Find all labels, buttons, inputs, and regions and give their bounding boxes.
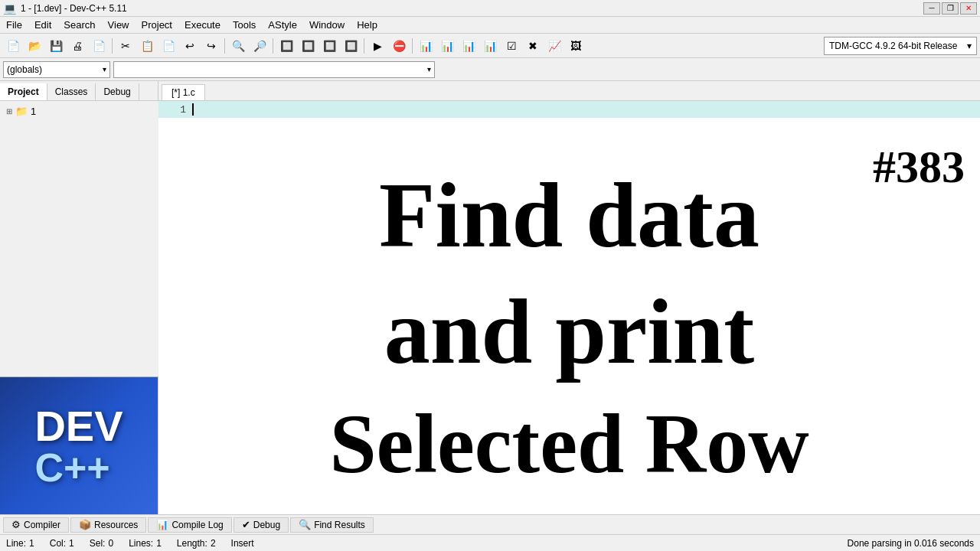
lines-label: Lines: bbox=[129, 538, 153, 549]
close-file-button[interactable]: 📄 bbox=[89, 37, 109, 55]
sel-label: Sel: bbox=[90, 538, 106, 549]
replace-button[interactable]: 🔎 bbox=[250, 37, 270, 55]
sidebar-tab-project[interactable]: Project bbox=[0, 83, 47, 100]
function-arrow: ▾ bbox=[427, 65, 431, 73]
resources-tab-label: Resources bbox=[94, 520, 138, 530]
image-button[interactable]: 🖼 bbox=[566, 37, 586, 55]
dev-logo-text: DEV C++ bbox=[34, 405, 122, 487]
menu-file[interactable]: File bbox=[0, 18, 28, 32]
globals-arrow: ▾ bbox=[103, 65, 106, 73]
cross-button[interactable]: ✖ bbox=[523, 37, 543, 55]
editor-line-1[interactable]: 1 bbox=[158, 101, 980, 118]
function-combo[interactable]: ▾ bbox=[113, 61, 435, 78]
globals-combo[interactable]: (globals) ▾ bbox=[3, 61, 110, 78]
debug-tab[interactable]: ✔ Debug bbox=[234, 517, 289, 533]
profile-button[interactable]: 📊 bbox=[416, 37, 436, 55]
main-area: ⊞ 📁 1 DEV C++ 1 #383 Find data and bbox=[0, 101, 980, 514]
menu-search[interactable]: Search bbox=[57, 18, 101, 32]
new-button[interactable]: 📄 bbox=[3, 37, 23, 55]
compile-run-button[interactable]: 🔲 bbox=[319, 37, 339, 55]
hash-number: #383 bbox=[873, 141, 965, 194]
big-content: Find data and print Selected Row bbox=[158, 141, 980, 514]
title-bar: 💻 1 - [1.dev] - Dev-C++ 5.11 ─ ❐ ✕ bbox=[0, 0, 980, 17]
toolbar-sep4 bbox=[364, 38, 364, 54]
syntax-button[interactable]: 📊 bbox=[459, 37, 479, 55]
rebuild-button[interactable]: 🔲 bbox=[341, 37, 361, 55]
minimize-button[interactable]: ─ bbox=[923, 2, 940, 15]
menu-project[interactable]: Project bbox=[136, 18, 178, 32]
debug-button[interactable]: ▶ bbox=[368, 37, 387, 55]
title-text: 1 - [1.dev] - Dev-C++ 5.11 bbox=[21, 3, 127, 14]
menu-tools[interactable]: Tools bbox=[227, 18, 262, 32]
compile-log-icon: 📊 bbox=[156, 519, 168, 530]
save-all-button[interactable]: 🖨 bbox=[67, 37, 87, 55]
status-message: Done parsing in 0.016 seconds bbox=[848, 538, 974, 549]
dev-logo: DEV C++ bbox=[0, 377, 158, 514]
menu-edit[interactable]: Edit bbox=[28, 18, 57, 32]
project-item-1[interactable]: ⊞ 📁 1 bbox=[3, 104, 155, 119]
stop-button[interactable]: ⛔ bbox=[389, 37, 409, 55]
sidebar-tab-classes[interactable]: Classes bbox=[47, 83, 96, 100]
compile-log-tab[interactable]: 📊 Compile Log bbox=[148, 517, 231, 533]
toolbar-sep1 bbox=[112, 38, 113, 54]
sidebar-tab-debug[interactable]: Debug bbox=[96, 83, 139, 100]
find-button[interactable]: 🔍 bbox=[228, 37, 248, 55]
col-label: Col: bbox=[50, 538, 66, 549]
status-length: Length: 2 bbox=[177, 538, 216, 549]
find-results-tab[interactable]: 🔍 Find Results bbox=[290, 517, 374, 533]
redo-button[interactable]: ↪ bbox=[201, 37, 221, 55]
compiler-tab[interactable]: ⚙ Compiler bbox=[3, 517, 69, 533]
menu-window[interactable]: Window bbox=[303, 18, 351, 32]
copy-button[interactable]: 📋 bbox=[137, 37, 157, 55]
text-cursor bbox=[192, 103, 194, 116]
abbrev-button[interactable]: 📊 bbox=[480, 37, 500, 55]
menu-help[interactable]: Help bbox=[351, 18, 384, 32]
menu-astyle[interactable]: AStyle bbox=[262, 18, 303, 32]
compiler-tab-label: Compiler bbox=[24, 520, 60, 530]
debug-tab-label: Debug bbox=[253, 520, 280, 530]
resources-tab[interactable]: 📦 Resources bbox=[70, 517, 146, 533]
save-button[interactable]: 💾 bbox=[46, 37, 66, 55]
menu-view[interactable]: View bbox=[102, 18, 136, 32]
compile-button[interactable]: 🔲 bbox=[276, 37, 296, 55]
check-button[interactable]: ☑ bbox=[501, 37, 521, 55]
title-bar-controls: ─ ❐ ✕ bbox=[923, 2, 977, 15]
toolbar-sep2 bbox=[224, 38, 225, 54]
file-tab-1[interactable]: [*] 1.c bbox=[162, 84, 205, 100]
cut-button[interactable]: ✂ bbox=[116, 37, 136, 55]
toolbar-sep5 bbox=[412, 38, 413, 54]
app-icon: 💻 bbox=[3, 2, 16, 15]
compiler-tab-icon: ⚙ bbox=[11, 519, 21, 530]
editor-area: 1 #383 Find data and print Selected Row bbox=[158, 101, 980, 514]
run-button[interactable]: 🔲 bbox=[298, 37, 318, 55]
line-label: Line: bbox=[6, 538, 26, 549]
menu-execute[interactable]: Execute bbox=[178, 18, 227, 32]
resources-tab-icon: 📦 bbox=[79, 519, 91, 530]
find-results-icon: 🔍 bbox=[299, 519, 311, 530]
file-tabs: [*] 1.c bbox=[158, 81, 210, 100]
close-button[interactable]: ✕ bbox=[960, 2, 977, 15]
function-toolbar: (globals) ▾ ▾ bbox=[0, 58, 980, 81]
status-line: Line: 1 bbox=[6, 538, 34, 549]
compiler-label: TDM-GCC 4.9.2 64-bit Release bbox=[829, 41, 957, 51]
status-sel: Sel: 0 bbox=[90, 538, 113, 549]
main-toolbar: 📄 📂 💾 🖨 📄 ✂ 📋 📄 ↩ ↪ 🔍 🔎 🔲 🔲 🔲 🔲 ▶ ⛔ 📊 📊 … bbox=[0, 34, 980, 58]
paste-button[interactable]: 📄 bbox=[158, 37, 178, 55]
open-button[interactable]: 📂 bbox=[24, 37, 44, 55]
project-name: 1 bbox=[31, 106, 36, 117]
bookmark-button[interactable]: 📊 bbox=[437, 37, 457, 55]
message-value: Done parsing in 0.016 seconds bbox=[848, 538, 974, 549]
title-bar-left: 💻 1 - [1.dev] - Dev-C++ 5.11 bbox=[3, 2, 127, 15]
insert-value: Insert bbox=[231, 538, 254, 549]
compiler-dropdown[interactable]: TDM-GCC 4.9.2 64-bit Release ▾ bbox=[824, 37, 977, 55]
bottom-panel: ⚙ Compiler 📦 Resources 📊 Compile Log ✔ D… bbox=[0, 514, 980, 534]
length-label: Length: bbox=[177, 538, 207, 549]
lines-value: 1 bbox=[156, 538, 162, 549]
editor-body[interactable]: #383 Find data and print Selected Row bbox=[158, 118, 980, 514]
chart-button[interactable]: 📈 bbox=[544, 37, 564, 55]
compile-log-label: Compile Log bbox=[172, 520, 223, 530]
restore-button[interactable]: ❐ bbox=[942, 2, 959, 15]
length-value: 2 bbox=[211, 538, 216, 549]
undo-button[interactable]: ↩ bbox=[180, 37, 200, 55]
expand-icon: ⊞ bbox=[6, 107, 12, 116]
